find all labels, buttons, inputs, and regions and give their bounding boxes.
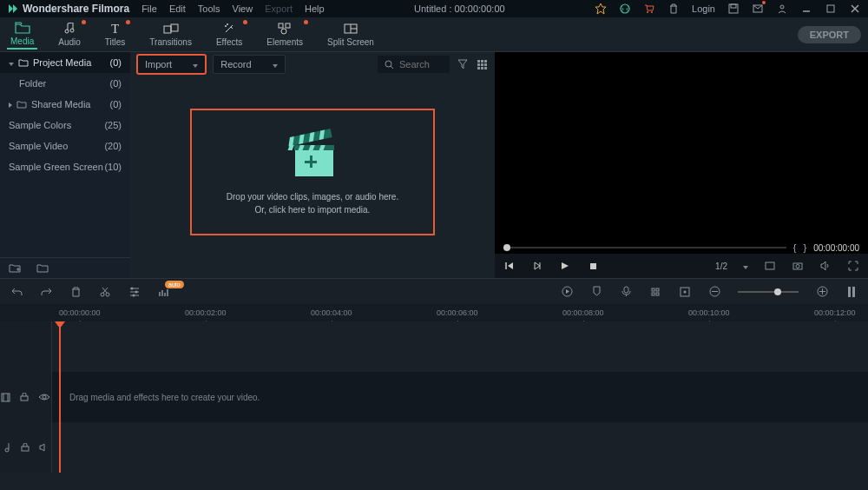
chevron-down-icon	[193, 59, 198, 70]
message-icon[interactable]	[752, 3, 764, 15]
lock-icon[interactable]	[19, 393, 30, 401]
track-header-empty	[0, 321, 51, 372]
folder2-icon[interactable]	[36, 262, 49, 275]
playhead[interactable]	[59, 321, 61, 473]
redo-button[interactable]	[40, 286, 52, 298]
sidebar-item-sample-green[interactable]: Sample Green Screen (10)	[0, 156, 130, 177]
close-icon[interactable]	[849, 3, 861, 15]
import-dropzone[interactable]: Drop your video clips, images, or audio …	[190, 109, 435, 235]
new-dot-icon	[126, 20, 130, 24]
trash-icon[interactable]	[667, 3, 680, 15]
track-row-video[interactable]: Drag media and effects here to create yo…	[52, 372, 868, 422]
quality-icon[interactable]	[764, 260, 776, 272]
sidebar-item-project-media[interactable]: Project Media (0)	[0, 52, 130, 73]
zoom-slider[interactable]	[738, 291, 799, 293]
edit-tools-icon[interactable]	[128, 286, 141, 298]
timeline-ruler[interactable]: 00:00:00:00 00:00:02:00 00:00:04:00 00:0…	[0, 304, 868, 321]
import-dropdown[interactable]: Import	[137, 55, 206, 74]
svg-point-66	[684, 290, 687, 293]
svg-point-52	[106, 293, 109, 296]
menu-view[interactable]: View	[233, 3, 253, 14]
window-title: Untitled : 00:00:00:00	[414, 3, 505, 14]
zoom-fit-button[interactable]	[845, 286, 858, 298]
render-icon[interactable]	[561, 286, 573, 298]
record-vo-icon[interactable]	[620, 286, 632, 298]
step-back-button[interactable]	[531, 260, 543, 272]
zoom-in-button[interactable]	[816, 286, 828, 298]
svg-rect-48	[766, 262, 774, 269]
track-row-audio[interactable]	[52, 422, 868, 473]
maximize-icon[interactable]	[825, 3, 837, 15]
tab-effects[interactable]: Effects	[213, 20, 246, 49]
effects-icon	[223, 22, 235, 36]
mark-in-icon[interactable]: {	[793, 242, 797, 253]
tab-elements[interactable]: Elements	[263, 20, 306, 49]
mark-out-icon[interactable]: }	[803, 242, 806, 253]
chevron-down-icon[interactable]	[743, 261, 748, 271]
split-button[interactable]	[99, 286, 111, 298]
search-input[interactable]	[378, 56, 450, 73]
lock-icon[interactable]	[20, 443, 30, 452]
premium-icon[interactable]	[595, 3, 607, 15]
export-button[interactable]: EXPORT	[798, 26, 861, 43]
svg-rect-78	[2, 394, 10, 401]
account-icon[interactable]	[776, 3, 788, 15]
play-button[interactable]	[559, 260, 571, 272]
mixer-icon[interactable]	[649, 286, 661, 298]
undo-button[interactable]	[10, 286, 23, 298]
eye-icon[interactable]	[38, 393, 50, 401]
stop-button[interactable]	[587, 260, 599, 272]
fullscreen-icon[interactable]	[847, 260, 859, 272]
minimize-icon[interactable]	[800, 3, 812, 15]
filter-icon[interactable]	[457, 58, 469, 70]
svg-rect-4	[731, 4, 736, 8]
menu-file[interactable]: File	[141, 3, 157, 14]
new-dot-icon	[243, 20, 247, 24]
tab-audio[interactable]: Audio	[55, 20, 84, 49]
tab-media[interactable]: Media	[7, 19, 37, 50]
marker-icon[interactable]	[590, 286, 602, 298]
svg-point-57	[135, 290, 138, 293]
marker-button[interactable]: auto	[158, 286, 170, 298]
ruler-tick: 00:00:02:00	[185, 308, 227, 317]
track-header-video[interactable]	[0, 372, 51, 422]
tab-split-screen[interactable]: Split Screen	[324, 20, 378, 49]
new-folder-icon[interactable]	[9, 262, 21, 275]
menu-help[interactable]: Help	[305, 3, 325, 14]
tab-titles-label: Titles	[105, 37, 126, 47]
keyframe-icon[interactable]	[679, 286, 691, 298]
sidebar-item-label: Sample Video	[9, 141, 68, 151]
prev-frame-button[interactable]	[503, 260, 516, 272]
mute-icon[interactable]	[39, 443, 49, 452]
support-icon[interactable]	[619, 3, 631, 15]
svg-point-82	[43, 395, 46, 399]
preview-scrubber[interactable]	[503, 247, 786, 248]
sidebar-item-sample-colors[interactable]: Sample Colors (25)	[0, 115, 130, 136]
tab-transitions[interactable]: Transitions	[146, 20, 195, 49]
zoom-ratio[interactable]: 1/2	[715, 262, 727, 271]
dropzone-text2: Or, click here to import media.	[227, 203, 398, 216]
grid-view-icon[interactable]	[476, 58, 488, 70]
main-toolbar: Media Audio T Titles Transitions Effects…	[0, 17, 868, 52]
sidebar-item-sample-video[interactable]: Sample Video (20)	[0, 136, 130, 156]
menu-tools[interactable]: Tools	[198, 3, 220, 14]
track-header-audio[interactable]	[0, 422, 51, 473]
menu-edit[interactable]: Edit	[169, 3, 186, 14]
login-button[interactable]: Login	[692, 3, 715, 14]
volume-icon[interactable]	[819, 260, 832, 272]
search-field[interactable]	[399, 59, 443, 70]
zoom-out-button[interactable]	[708, 286, 720, 298]
save-icon[interactable]	[727, 3, 740, 15]
tab-effects-label: Effects	[216, 37, 242, 47]
snapshot-icon[interactable]	[792, 260, 804, 272]
delete-button[interactable]	[69, 286, 82, 298]
tab-titles[interactable]: T Titles	[102, 20, 129, 49]
cart-icon[interactable]	[643, 3, 655, 15]
preview-screen	[495, 52, 868, 242]
sidebar-item-shared-media[interactable]: Shared Media (0)	[0, 94, 130, 115]
svg-point-2	[651, 11, 653, 13]
sidebar-item-folder[interactable]: Folder (0)	[0, 73, 130, 94]
track-row[interactable]	[52, 321, 868, 372]
tab-elements-label: Elements	[266, 37, 303, 47]
record-dropdown[interactable]: Record	[213, 55, 285, 74]
